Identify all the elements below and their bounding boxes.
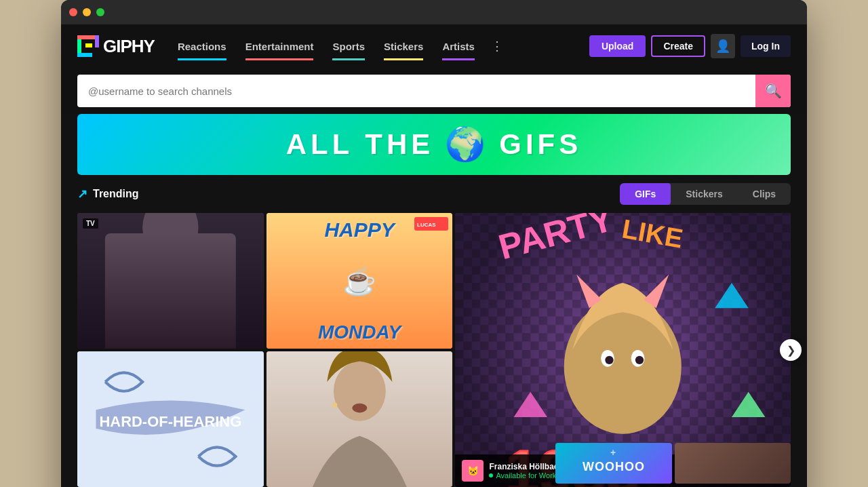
trending-label: Trending	[93, 188, 139, 200]
svg-point-6	[142, 213, 198, 260]
trending-header: ↗ Trending GIFs Stickers Clips	[77, 183, 791, 205]
close-dot[interactable]	[69, 8, 77, 16]
bottom-cells: + woohoo	[555, 443, 791, 487]
plus-icon: +	[610, 447, 617, 458]
next-button[interactable]: ❯	[780, 339, 802, 361]
search-icon: 🔍	[765, 83, 782, 99]
nav-item-stickers[interactable]: Stickers	[374, 35, 433, 58]
search-button[interactable]: 🔍	[755, 75, 791, 107]
avatar-button[interactable]: 👤	[711, 34, 735, 58]
search-container: 🔍	[77, 75, 791, 107]
gif-item-1[interactable]: TV	[77, 213, 264, 349]
svg-rect-5	[77, 213, 264, 349]
gif-item-4[interactable]: HARD-OF-HEARING	[77, 351, 264, 487]
header: GIPHY Reactions Entertainment Sports Sti…	[61, 24, 807, 68]
tab-stickers[interactable]: Stickers	[671, 183, 737, 205]
tab-gifs[interactable]: GIFs	[620, 183, 671, 205]
user-icon: 👤	[715, 39, 730, 54]
nav-item-sports[interactable]: Sports	[323, 35, 374, 58]
banner: ALL THE 🌍 GIFS	[77, 114, 791, 175]
svg-rect-3	[77, 53, 92, 57]
svg-point-31	[352, 404, 367, 413]
nav-item-entertainment[interactable]: Entertainment	[236, 35, 323, 58]
artist-avatar: 🐱	[462, 460, 484, 482]
browser-chrome	[61, 0, 807, 24]
gif-item-woohoo[interactable]: + woohoo	[555, 443, 671, 484]
minimize-dot[interactable]	[83, 8, 91, 16]
login-button[interactable]: Log In	[741, 35, 791, 57]
maximize-dot[interactable]	[96, 8, 104, 16]
giphy-app: GIPHY Reactions Entertainment Sports Sti…	[61, 24, 807, 487]
gif-grid-wrapper: TV LUCAS ☕	[77, 213, 791, 487]
nav-more-icon[interactable]: ⋮	[484, 33, 510, 59]
giphy-logo-icon	[77, 35, 99, 57]
svg-point-13	[564, 300, 682, 434]
trending-section: ↗ Trending GIFs Stickers Clips	[61, 175, 807, 487]
banner-text-right: GIFS	[499, 128, 582, 161]
svg-rect-4	[85, 43, 92, 47]
trending-title: ↗ Trending	[77, 187, 139, 201]
woohoo-text: woohoo	[583, 460, 645, 474]
search-input[interactable]	[77, 77, 755, 105]
svg-point-30	[332, 402, 337, 408]
header-actions: Upload Create 👤 Log In	[589, 34, 791, 58]
gif-item-2[interactable]: LUCAS ☕ HAPPY MONDAY	[267, 213, 453, 349]
nav-item-reactions[interactable]: Reactions	[168, 35, 236, 58]
tab-clips[interactable]: Clips	[738, 183, 791, 205]
svg-point-18	[606, 356, 614, 364]
banner-text-left: ALL THE	[286, 128, 435, 161]
artist-status-text: Available for Work	[496, 471, 556, 480]
logo-text: GIPHY	[103, 36, 155, 57]
logo[interactable]: GIPHY	[77, 35, 155, 57]
browser-window: GIPHY Reactions Entertainment Sports Sti…	[61, 0, 807, 487]
status-indicator	[489, 473, 493, 478]
search-bar: 🔍	[61, 68, 807, 114]
svg-rect-2	[95, 35, 99, 47]
content-tabs: GIFs Stickers Clips	[620, 183, 791, 205]
tv-badge: TV	[83, 218, 98, 229]
nav-item-artists[interactable]: Artists	[433, 35, 484, 58]
trending-arrow-icon: ↗	[77, 187, 87, 201]
banner-globe: 🌍	[445, 125, 488, 163]
main-nav: Reactions Entertainment Sports Stickers …	[168, 33, 589, 59]
svg-point-19	[635, 356, 644, 364]
svg-text:HARD-OF-HEARING: HARD-OF-HEARING	[99, 413, 241, 430]
gif-item-5[interactable]	[267, 351, 453, 487]
upload-button[interactable]: Upload	[589, 35, 646, 57]
gif-item-brown[interactable]	[675, 443, 791, 484]
create-button[interactable]: Create	[651, 35, 705, 57]
